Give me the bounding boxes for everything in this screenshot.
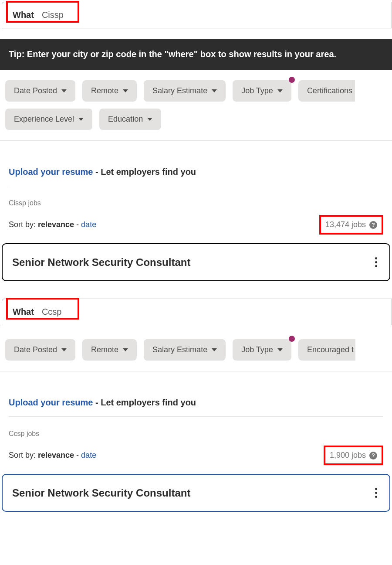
query-label: Cissp jobs	[9, 199, 383, 207]
search-what-value: Cissp	[42, 10, 64, 20]
search-bar[interactable]: What Cissp	[2, 2, 392, 28]
filter-remote[interactable]: Remote	[82, 339, 137, 361]
sort-sep: -	[74, 451, 81, 459]
chevron-down-icon	[212, 348, 217, 351]
chevron-down-icon	[78, 118, 84, 121]
search-bar-wrap: What Cissp	[0, 2, 392, 28]
filter-salary-estimate[interactable]: Salary Estimate	[144, 339, 226, 361]
sort-date[interactable]: date	[81, 451, 96, 459]
query-label: Ccsp jobs	[9, 430, 383, 438]
job-title: Senior Network Security Consultant	[12, 256, 190, 269]
sort-prefix: Sort by:	[9, 220, 38, 229]
upload-resume-text: - Let employers find you	[93, 398, 196, 407]
chevron-down-icon	[123, 348, 128, 351]
help-icon[interactable]: ?	[369, 221, 377, 229]
filter-label: Salary Estimate	[152, 86, 207, 95]
filter-education[interactable]: Education	[99, 109, 161, 130]
results-content: Upload your resume - Let employers find …	[0, 371, 392, 465]
jobs-count-highlight: 13,474 jobs ?	[319, 215, 383, 235]
chevron-down-icon	[277, 89, 283, 92]
chevron-down-icon	[123, 89, 128, 92]
kebab-icon[interactable]	[372, 255, 380, 270]
upload-resume-line: Upload your resume - Let employers find …	[9, 154, 383, 186]
filter-label: Certifications	[307, 86, 352, 95]
filter-remote[interactable]: Remote	[82, 80, 137, 102]
filter-salary-estimate[interactable]: Salary Estimate	[144, 80, 226, 102]
chevron-down-icon	[277, 348, 283, 351]
sort-relevance[interactable]: relevance	[38, 451, 74, 459]
sort-row: Sort by: relevance - date 1,900 jobs ?	[9, 446, 383, 465]
kebab-icon[interactable]	[372, 485, 380, 500]
job-title: Senior Network Security Consultant	[12, 487, 190, 499]
search-section-2: What Ccsp Date Posted Remote Salary Esti…	[0, 299, 392, 512]
filter-label: Remote	[91, 345, 118, 354]
chevron-down-icon	[61, 348, 67, 351]
search-what-label: What	[13, 307, 34, 317]
filter-label: Date Posted	[14, 86, 57, 95]
search-what-value: Ccsp	[42, 307, 62, 317]
filter-job-type[interactable]: Job Type	[233, 339, 291, 361]
chevron-down-icon	[147, 118, 152, 121]
chevron-down-icon	[212, 89, 217, 92]
sort-date[interactable]: date	[81, 220, 96, 229]
search-bar-wrap-2: What Ccsp	[0, 299, 392, 325]
filter-experience-level[interactable]: Experience Level	[5, 109, 92, 130]
filter-date-posted[interactable]: Date Posted	[5, 80, 75, 102]
upload-resume-link[interactable]: Upload your resume	[9, 167, 93, 177]
sort-relevance[interactable]: relevance	[38, 220, 74, 229]
filter-row: Date Posted Remote Salary Estimate Job T…	[0, 325, 392, 371]
upload-resume-text: - Let employers find you	[93, 167, 196, 177]
filter-label: Job Type	[241, 86, 273, 95]
sort-row: Sort by: relevance - date 13,474 jobs ?	[9, 215, 383, 235]
filter-encouraged[interactable]: Encouraged t	[298, 339, 355, 361]
filter-label: Job Type	[241, 345, 273, 354]
chevron-down-icon	[61, 89, 67, 92]
sort-by: Sort by: relevance - date	[9, 451, 96, 460]
upload-resume-link[interactable]: Upload your resume	[9, 398, 93, 407]
jobs-count: 13,474 jobs	[325, 220, 366, 229]
filter-label: Education	[108, 115, 143, 124]
job-card[interactable]: Senior Network Security Consultant	[2, 243, 390, 281]
filter-label: Encouraged t	[307, 345, 354, 354]
search-section-1: What Cissp Tip: Enter your city or zip c…	[0, 2, 392, 281]
filter-date-posted[interactable]: Date Posted	[5, 339, 75, 361]
sort-sep: -	[74, 220, 81, 229]
search-what-label: What	[13, 10, 34, 20]
filter-label: Salary Estimate	[152, 345, 207, 354]
help-icon[interactable]: ?	[369, 452, 377, 459]
filter-row: Date Posted Remote Salary Estimate Job T…	[0, 70, 392, 140]
tip-banner: Tip: Enter your city or zip code in the …	[0, 39, 392, 70]
filter-job-type[interactable]: Job Type	[233, 80, 291, 102]
filter-certifications[interactable]: Certifications	[298, 80, 355, 102]
filter-label: Date Posted	[14, 345, 57, 354]
upload-resume-line: Upload your resume - Let employers find …	[9, 385, 383, 417]
jobs-count-highlight: 1,900 jobs ?	[324, 446, 383, 465]
filter-label: Remote	[91, 86, 118, 95]
sort-prefix: Sort by:	[9, 451, 38, 459]
sort-by: Sort by: relevance - date	[9, 220, 96, 229]
results-content: Upload your resume - Let employers find …	[0, 141, 392, 235]
jobs-count: 1,900 jobs	[330, 451, 366, 460]
job-card[interactable]: Senior Network Security Consultant	[2, 474, 390, 512]
search-bar[interactable]: What Ccsp	[2, 299, 392, 325]
filter-label: Experience Level	[14, 115, 74, 124]
